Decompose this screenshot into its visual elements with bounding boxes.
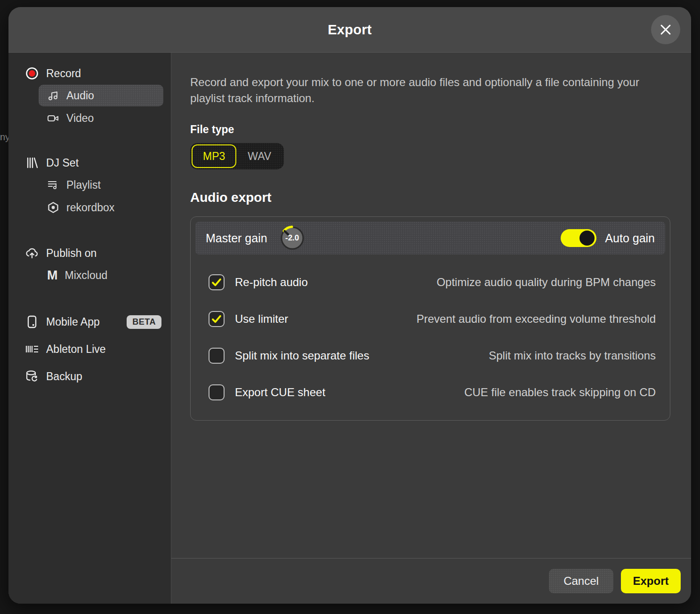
sidebar-item-label: Mobile App (46, 316, 100, 328)
sidebar-item-label: Audio (66, 89, 94, 102)
rekordbox-icon (47, 201, 59, 214)
dialog-title: Export (328, 22, 372, 38)
file-type-mp3-button[interactable]: MP3 (192, 144, 236, 168)
mobile-phone-icon (25, 315, 39, 329)
audio-export-panel: Master gain -2.0 Auto gain (190, 216, 670, 421)
option-description: Prevent audio from exceeding volume thre… (417, 312, 656, 326)
playlist-icon (47, 179, 59, 191)
option-label: Use limiter (235, 312, 288, 326)
sidebar-item-mixcloud[interactable]: M Mixcloud (39, 264, 163, 286)
mixcloud-icon: M (47, 268, 58, 283)
close-button[interactable] (651, 15, 680, 44)
main-panel: Record and export your mix to one or mor… (171, 53, 691, 604)
option-label: Export CUE sheet (235, 386, 325, 399)
option-label: Split mix into separate files (235, 349, 369, 362)
music-note-icon (47, 89, 59, 102)
sidebar-item-label: DJ Set (46, 157, 79, 169)
cancel-button[interactable]: Cancel (549, 569, 613, 593)
toggle-knob (579, 231, 595, 246)
option-row-export-cue: Export CUE sheet CUE file enables track … (209, 384, 656, 400)
auto-gain-label: Auto gain (605, 231, 655, 245)
beta-badge: BETA (127, 315, 161, 329)
master-gain-label: Master gain (206, 231, 267, 245)
sidebar-item-rekordbox[interactable]: rekordbox (39, 197, 163, 218)
video-camera-icon (47, 112, 59, 124)
sidebar-item-publish-on[interactable]: Publish on (8, 243, 171, 263)
sidebar-item-playlist[interactable]: Playlist (39, 174, 163, 196)
option-row-re-pitch: Re-pitch audio Optimize audio quality du… (209, 274, 656, 290)
dialog-header: Export (8, 7, 691, 53)
use-limiter-checkbox[interactable] (209, 311, 225, 327)
option-row-use-limiter: Use limiter Prevent audio from exceeding… (209, 311, 656, 327)
file-type-wav-button[interactable]: WAV (236, 144, 282, 168)
sidebar-item-label: Publish on (46, 247, 97, 260)
sidebar-item-label: Playlist (66, 179, 101, 191)
re-pitch-audio-checkbox[interactable] (209, 274, 225, 290)
sidebar: Record Audio Video DJ Set (8, 53, 171, 604)
sidebar-item-audio[interactable]: Audio (39, 85, 163, 106)
audio-export-heading: Audio export (190, 190, 670, 205)
master-gain-row: Master gain -2.0 Auto gain (195, 222, 665, 255)
ableton-icon (25, 342, 39, 356)
sidebar-item-record[interactable]: Record (8, 63, 171, 84)
sidebar-item-label: rekordbox (66, 201, 114, 214)
sidebar-item-mobile-app[interactable]: Mobile App BETA (8, 311, 171, 332)
sidebar-item-label: Backup (46, 370, 82, 383)
export-button[interactable]: Export (621, 569, 681, 593)
dialog-footer: Cancel Export (171, 558, 691, 604)
option-description: CUE file enables track skipping on CD (464, 386, 656, 399)
export-options-list: Re-pitch audio Optimize audio quality du… (195, 255, 665, 420)
export-dialog: Export Record Audio (8, 7, 691, 604)
cloud-upload-icon (25, 246, 39, 260)
auto-gain-toggle[interactable] (561, 229, 596, 247)
sidebar-item-label: Mixcloud (65, 269, 108, 282)
option-description: Optimize audio quality during BPM change… (436, 276, 656, 289)
master-gain-knob[interactable]: -2.0 (280, 225, 305, 251)
file-type-control: MP3 WAV (190, 143, 284, 169)
sidebar-item-backup[interactable]: Backup (8, 366, 171, 387)
check-icon (209, 275, 224, 289)
library-icon (25, 156, 39, 170)
export-cue-checkbox[interactable] (209, 384, 225, 400)
sidebar-item-label: Ableton Live (46, 343, 106, 356)
option-label: Re-pitch audio (235, 276, 308, 289)
close-icon (659, 23, 673, 37)
sidebar-item-ableton-live[interactable]: Ableton Live (8, 339, 171, 359)
section-description: Record and export your mix to one or mor… (190, 74, 670, 106)
sidebar-item-dj-set[interactable]: DJ Set (8, 152, 171, 173)
sidebar-item-label: Record (46, 67, 81, 80)
split-mix-checkbox[interactable] (209, 348, 225, 364)
master-gain-value: -2.0 (280, 225, 305, 251)
sidebar-item-label: Video (66, 112, 94, 125)
check-icon (209, 312, 224, 326)
option-description: Split mix into tracks by transitions (489, 349, 656, 362)
option-row-split-mix: Split mix into separate files Split mix … (209, 348, 656, 364)
file-type-label: File type (190, 123, 670, 136)
sidebar-item-video[interactable]: Video (39, 107, 163, 129)
backup-restore-icon (25, 369, 39, 383)
record-icon (25, 66, 39, 80)
